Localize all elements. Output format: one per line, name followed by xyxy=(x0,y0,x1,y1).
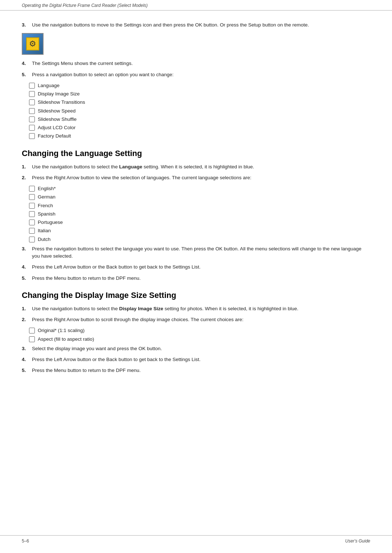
lang-step-4: 4. Press the Left Arrow button or the Ba… xyxy=(22,263,370,271)
step-3-num: 3. xyxy=(22,21,32,29)
list-item: Portuguese xyxy=(29,219,370,226)
lang-step-1: 1. Use the navigation buttons to select … xyxy=(22,163,370,171)
lang-step-5-num: 5. xyxy=(22,275,32,282)
display-step-3: 3. Select the display image you want and… xyxy=(22,345,370,352)
lang-step-3: 3. Press the navigation buttons to selec… xyxy=(22,245,370,260)
bullet-icon xyxy=(29,211,35,217)
settings-options-list: LanguageDisplay Image SizeSlideshow Tran… xyxy=(29,82,370,140)
display-image-section: Changing the Display Image Size Setting … xyxy=(22,291,370,374)
footer-page-num: 5–6 xyxy=(22,538,29,544)
list-item: Italian xyxy=(29,227,370,234)
display-step-4-num: 4. xyxy=(22,356,32,363)
list-item-text: Language xyxy=(38,82,60,89)
bullet-icon xyxy=(29,125,35,131)
bullet-icon xyxy=(29,108,35,114)
choices-list: Original* (1:1 scaling)Aspect (fill to a… xyxy=(29,327,370,343)
display-step-2-num: 2. xyxy=(22,316,32,323)
bullet-icon xyxy=(29,133,35,139)
footer-guide-title: User's Guide xyxy=(345,538,370,544)
display-step-1: 1. Use the navigation buttons to select … xyxy=(22,305,370,312)
list-item-text: Slideshow Shuffle xyxy=(38,116,77,123)
bullet-icon xyxy=(29,220,35,225)
list-item-text: Adjust LCD Color xyxy=(38,124,75,131)
language-item-text: Portuguese xyxy=(38,219,63,226)
languages-list: English*GermanFrenchSpanishPortugueseIta… xyxy=(29,185,370,243)
lang-step-3-num: 3. xyxy=(22,245,32,260)
lang-step-1-num: 1. xyxy=(22,163,32,171)
list-item-text: Display Image Size xyxy=(38,90,80,98)
bullet-icon xyxy=(29,91,35,97)
language-item-text: Dutch xyxy=(38,236,50,243)
settings-icon-inner: ⚙ xyxy=(26,37,39,50)
step-3: 3. Use the navigation buttons to move to… xyxy=(22,21,370,29)
language-section: Changing the Language Setting 1. Use the… xyxy=(22,149,370,282)
language-item-text: German xyxy=(38,193,56,201)
bullet-icon xyxy=(29,328,35,333)
list-item: Factory Default xyxy=(29,132,370,140)
step-5: 5. Press a navigation button to select a… xyxy=(22,71,370,78)
bullet-icon xyxy=(29,237,35,242)
display-bold-1: Display Image Size xyxy=(119,306,163,311)
display-step-5-num: 5. xyxy=(22,367,32,374)
list-item-text: Slideshow Speed xyxy=(38,107,75,115)
gear-icon: ⚙ xyxy=(29,39,36,49)
language-item-text: English* xyxy=(38,185,56,192)
list-item-text: Factory Default xyxy=(38,132,71,140)
lang-step-2: 2. Press the Right Arrow button to view … xyxy=(22,174,370,181)
step-4-num: 4. xyxy=(22,60,32,67)
display-step-1-num: 1. xyxy=(22,305,32,312)
step-3-text: Use the navigation buttons to move to th… xyxy=(32,21,370,29)
bullet-icon xyxy=(29,116,35,122)
lang-bold-1: Language xyxy=(119,164,142,169)
language-section-heading: Changing the Language Setting xyxy=(22,149,370,158)
list-item: Original* (1:1 scaling) xyxy=(29,327,370,334)
display-step-4: 4. Press the Left Arrow button or the Ba… xyxy=(22,356,370,363)
lang-step-2-text: Press the Right Arrow button to view the… xyxy=(32,174,370,181)
settings-icon-image: ⚙ xyxy=(22,33,44,55)
bullet-icon xyxy=(29,186,35,192)
lang-step-5: 5. Press the Menu button to return to th… xyxy=(22,275,370,282)
lang-step-4-num: 4. xyxy=(22,263,32,271)
bullet-icon xyxy=(29,194,35,200)
list-item: Dutch xyxy=(29,236,370,243)
list-item: Slideshow Shuffle xyxy=(29,116,370,123)
list-item: Aspect (fill to aspect ratio) xyxy=(29,336,370,343)
display-step-2-text: Press the Right Arrow button to scroll t… xyxy=(32,316,370,323)
list-item: Slideshow Transitions xyxy=(29,99,370,106)
lang-step-4-text: Press the Left Arrow button or the Back … xyxy=(32,263,370,271)
language-item-text: Italian xyxy=(38,227,51,234)
list-item: Language xyxy=(29,82,370,89)
choice-item-text: Aspect (fill to aspect ratio) xyxy=(38,336,94,343)
list-item: French xyxy=(29,202,370,209)
lang-step-2-num: 2. xyxy=(22,174,32,181)
header-text: Operating the Digital Picture Frame Card… xyxy=(22,3,148,8)
lang-step-5-text: Press the Menu button to return to the D… xyxy=(32,275,370,282)
lang-step-3-text: Press the navigation buttons to select t… xyxy=(32,245,370,260)
step-5-num: 5. xyxy=(22,71,32,78)
step-4: 4. The Settings Menu shows the current s… xyxy=(22,60,370,67)
list-item-text: Slideshow Transitions xyxy=(38,99,85,106)
display-step-5: 5. Press the Menu button to return to th… xyxy=(22,367,370,374)
language-item-text: French xyxy=(38,202,53,209)
display-image-section-heading: Changing the Display Image Size Setting xyxy=(22,291,370,300)
bullet-icon xyxy=(29,203,35,209)
display-step-3-text: Select the display image you want and pr… xyxy=(32,345,370,352)
display-step-4-text: Press the Left Arrow button or the Back … xyxy=(32,356,370,363)
bullet-icon xyxy=(29,228,35,234)
bullet-icon xyxy=(29,336,35,342)
list-item: English* xyxy=(29,185,370,192)
bullet-icon xyxy=(29,83,35,89)
list-item: Slideshow Speed xyxy=(29,107,370,115)
list-item: German xyxy=(29,193,370,201)
list-item: Spanish xyxy=(29,210,370,218)
step-5-text: Press a navigation button to select an o… xyxy=(32,71,370,78)
list-item: Display Image Size xyxy=(29,90,370,98)
step-4-text: The Settings Menu shows the current sett… xyxy=(32,60,370,67)
bullet-icon xyxy=(29,99,35,105)
main-content: 3. Use the navigation buttons to move to… xyxy=(0,11,392,407)
language-item-text: Spanish xyxy=(38,210,56,218)
list-item: Adjust LCD Color xyxy=(29,124,370,131)
display-step-2: 2. Press the Right Arrow button to scrol… xyxy=(22,316,370,323)
display-step-1-text: Use the navigation buttons to select the… xyxy=(32,305,370,312)
lang-step-1-text: Use the navigation buttons to select the… xyxy=(32,163,370,171)
